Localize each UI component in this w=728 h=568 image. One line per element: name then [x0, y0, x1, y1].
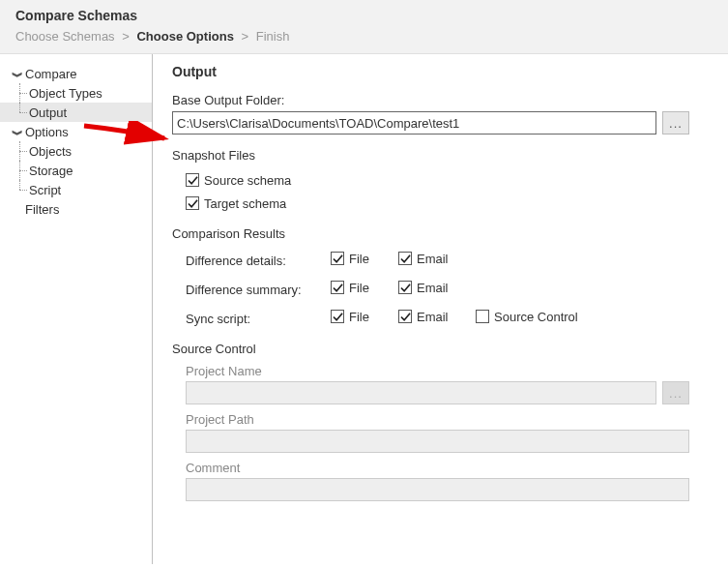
- chevron-down-icon[interactable]: ❱: [13, 68, 23, 79]
- diff-details-file-checkbox[interactable]: [331, 252, 344, 265]
- file-label: File: [349, 252, 369, 266]
- tree-label: Compare: [25, 67, 76, 81]
- source-control-section-title: Source Control: [172, 342, 689, 356]
- breadcrumb-sep: >: [122, 29, 130, 44]
- tree-label: Storage: [29, 164, 73, 178]
- browse-button[interactable]: ...: [662, 111, 689, 135]
- tree-node-options[interactable]: ❱ Options: [10, 122, 152, 141]
- tree-node-script[interactable]: Script: [10, 180, 152, 199]
- breadcrumb-sep: >: [241, 29, 248, 44]
- nav-tree: ❱ Compare Object Types Output ❱ Options …: [10, 64, 152, 219]
- sync-script-source-control-checkbox[interactable]: [476, 310, 489, 323]
- source-control-label: Source Control: [494, 310, 578, 324]
- diff-summary-label: Difference summary:: [186, 283, 331, 297]
- tree-node-objects[interactable]: Objects: [10, 141, 152, 161]
- diff-summary-email-checkbox[interactable]: [398, 281, 412, 294]
- file-label: File: [349, 281, 369, 295]
- file-label: File: [349, 310, 369, 324]
- diff-summary-file-checkbox[interactable]: [331, 281, 344, 294]
- chevron-down-icon[interactable]: ❱: [13, 126, 23, 137]
- tree-label: Script: [29, 183, 61, 197]
- tree-node-output[interactable]: Output: [0, 103, 152, 122]
- diff-details-email-checkbox[interactable]: [398, 252, 412, 265]
- results-section-title: Comparison Results: [172, 226, 689, 241]
- snapshot-section-title: Snapshot Files: [172, 148, 689, 163]
- tree-node-storage[interactable]: Storage: [10, 161, 152, 180]
- sync-script-label: Sync script:: [186, 312, 331, 326]
- target-schema-checkbox[interactable]: [186, 196, 199, 210]
- email-label: Email: [417, 310, 449, 324]
- diff-details-label: Difference details:: [186, 254, 331, 268]
- project-name-browse-button: ...: [662, 381, 689, 404]
- panel-title: Output: [172, 64, 689, 79]
- comment-label: Comment: [186, 461, 689, 475]
- project-path-label: Project Path: [186, 412, 689, 427]
- sync-script-email-checkbox[interactable]: [398, 310, 412, 323]
- project-path-input: [186, 430, 689, 453]
- project-name-input: [186, 381, 656, 404]
- tree-label: Options: [25, 125, 69, 139]
- tree-node-compare[interactable]: ❱ Compare: [10, 64, 152, 83]
- email-label: Email: [417, 252, 449, 266]
- project-name-label: Project Name: [186, 364, 689, 378]
- target-schema-label: Target schema: [204, 196, 286, 211]
- email-label: Email: [417, 281, 449, 295]
- breadcrumb: Choose Schemas > Choose Options > Finish: [15, 29, 713, 44]
- tree-label: Object Types: [29, 86, 102, 101]
- tree-node-object-types[interactable]: Object Types: [10, 83, 152, 103]
- tree-label: Filters: [25, 202, 59, 217]
- tree-node-filters[interactable]: Filters: [10, 199, 152, 219]
- breadcrumb-step-1[interactable]: Choose Schemas: [15, 29, 115, 44]
- source-schema-label: Source schema: [204, 173, 291, 188]
- breadcrumb-step-3[interactable]: Finish: [256, 29, 290, 44]
- comment-input: [186, 478, 689, 501]
- base-folder-label: Base Output Folder:: [172, 93, 689, 107]
- source-schema-checkbox[interactable]: [186, 173, 199, 187]
- tree-label: Output: [29, 105, 67, 120]
- breadcrumb-step-2[interactable]: Choose Options: [136, 29, 233, 44]
- tree-label: Objects: [29, 144, 72, 159]
- page-title: Compare Schemas: [15, 8, 713, 23]
- wizard-header: Compare Schemas Choose Schemas > Choose …: [0, 0, 728, 54]
- base-folder-input[interactable]: [172, 111, 656, 135]
- sync-script-file-checkbox[interactable]: [331, 310, 344, 323]
- content-panel: Output Base Output Folder: ... Snapshot …: [153, 54, 728, 564]
- sidebar: ❱ Compare Object Types Output ❱ Options …: [0, 54, 153, 564]
